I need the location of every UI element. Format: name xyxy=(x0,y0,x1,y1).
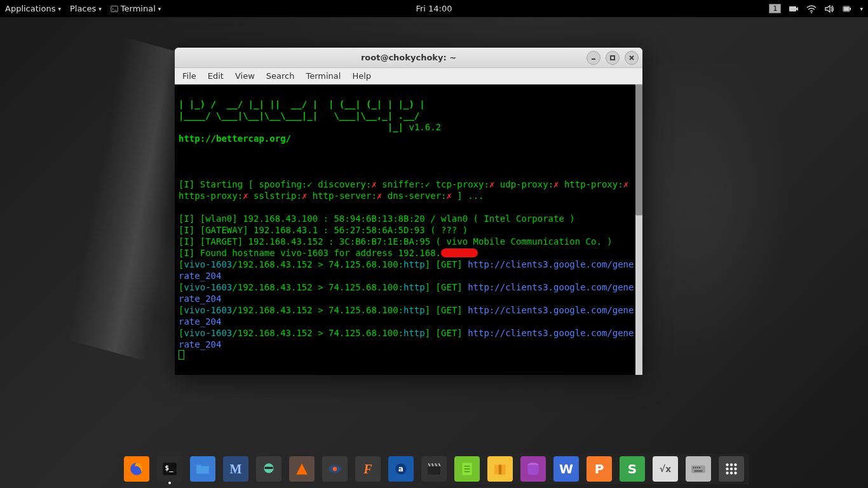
svg-rect-31 xyxy=(699,467,700,468)
terminal-app-menu[interactable]: Terminal ▾ xyxy=(111,4,161,13)
cross-icon: ✗ xyxy=(553,179,559,189)
svg-rect-30 xyxy=(697,467,698,468)
caret-down-icon: ▾ xyxy=(98,6,102,12)
dock-wps-writer[interactable]: W xyxy=(553,456,579,482)
terminal-cursor xyxy=(179,350,184,360)
req-host: vivo-1603 xyxy=(184,282,232,292)
menu-view[interactable]: View xyxy=(235,71,255,81)
applications-menu[interactable]: Applications ▾ xyxy=(5,4,61,13)
dock-wps-presentation[interactable]: P xyxy=(587,456,612,482)
menu-edit[interactable]: Edit xyxy=(208,71,224,81)
dock-faraday[interactable]: F xyxy=(355,456,381,482)
dock-video[interactable] xyxy=(421,456,447,482)
dock-maltego[interactable] xyxy=(256,456,281,482)
camera-icon[interactable] xyxy=(789,4,799,14)
ascii-art-line: |_| xyxy=(179,122,409,132)
places-menu[interactable]: Places ▾ xyxy=(70,4,102,13)
svg-text:a: a xyxy=(398,464,403,473)
clapper-icon xyxy=(426,461,442,477)
starting-line-prefix: [I] Starting [ spoofing: xyxy=(179,179,307,189)
req-mid: /192.168.43.152 > 74.125.68.100: xyxy=(232,305,403,315)
maximize-button[interactable] xyxy=(606,51,620,65)
req-close-get: ] [GET] xyxy=(425,259,468,269)
req-proto: http xyxy=(403,282,425,292)
req-mid: /192.168.43.152 > 74.125.68.100: xyxy=(232,282,403,292)
system-menu-caret-icon[interactable]: ▾ xyxy=(860,6,863,12)
svg-text:$_: $_ xyxy=(165,464,173,472)
terminal-icon xyxy=(111,5,118,13)
dock-archive[interactable] xyxy=(487,456,513,482)
svg-rect-1 xyxy=(789,6,796,11)
tcpproxy-label: tcp-proxy: xyxy=(430,179,489,189)
menu-terminal[interactable]: Terminal xyxy=(306,71,341,81)
face-icon xyxy=(261,461,277,477)
ascii-art-line: |____/ \___|\__|\__\___|_| \___|\__,_| .… xyxy=(179,111,425,121)
dock-math[interactable]: √x xyxy=(653,456,678,482)
dock-notes[interactable] xyxy=(454,456,480,482)
places-label: Places xyxy=(70,4,96,13)
svg-rect-4 xyxy=(850,8,851,10)
bettercap-url: http://bettercap.org/ xyxy=(179,133,291,144)
terminal-icon: $_ xyxy=(161,461,178,477)
dock-zenmap[interactable] xyxy=(322,456,348,482)
svg-point-36 xyxy=(726,468,728,470)
found-hostname-line: [I] Found hostname vivo-1603 for address… xyxy=(179,248,441,258)
svg-rect-7 xyxy=(611,56,614,60)
req-host: vivo-1603 xyxy=(184,259,232,269)
clock[interactable]: Fri 14:00 xyxy=(416,4,452,13)
sslstrip-label: sslstrip: xyxy=(248,191,302,201)
ascii-art-line: | |_) / __/ |_| || __/ | | (__| (_| | |_… xyxy=(179,99,425,109)
dock-burp[interactable] xyxy=(289,456,315,482)
dock-firefox[interactable] xyxy=(124,456,149,482)
dock-show-apps[interactable] xyxy=(719,456,744,482)
maximize-icon xyxy=(609,55,616,61)
svg-rect-28 xyxy=(693,467,694,468)
wifi-icon[interactable] xyxy=(806,4,817,14)
apps-grid-icon xyxy=(723,461,740,477)
dock-metasploit[interactable]: M xyxy=(223,456,248,482)
req-proto: http xyxy=(403,259,425,269)
archive-icon xyxy=(492,461,508,477)
window-titlebar[interactable]: root@chokychoky: ~ xyxy=(175,48,642,68)
svg-point-35 xyxy=(734,463,736,466)
presentation-icon: P xyxy=(595,461,604,477)
start-tail: ] ... xyxy=(452,191,484,201)
check-icon: ✓ xyxy=(307,179,312,189)
dock-armitage[interactable]: a xyxy=(388,456,414,482)
menu-file[interactable]: File xyxy=(182,71,196,81)
req-close-get: ] [GET] xyxy=(425,282,468,292)
scrollbar-thumb[interactable] xyxy=(635,85,642,215)
volume-icon[interactable] xyxy=(824,4,834,14)
svg-rect-0 xyxy=(111,6,118,11)
dock-db[interactable] xyxy=(520,456,546,482)
terminal-scrollbar[interactable] xyxy=(635,85,642,375)
window-title: root@chokychoky: ~ xyxy=(361,53,456,62)
gateway-line: [I] [GATEWAY] 192.168.43.1 : 56:27:58:6A… xyxy=(179,225,468,235)
svg-point-41 xyxy=(734,471,736,474)
terminal-output[interactable]: | |_) / __/ |_| || __/ | | (__| (_| | |_… xyxy=(175,85,642,375)
req-mid: /192.168.43.152 > 74.125.68.100: xyxy=(232,328,403,338)
battery-icon[interactable] xyxy=(842,4,852,14)
close-icon xyxy=(628,55,635,61)
dock-wps-spreadsheets[interactable]: S xyxy=(620,456,645,482)
menu-help[interactable]: Help xyxy=(352,71,371,81)
close-button[interactable] xyxy=(625,51,639,65)
cross-icon: ✗ xyxy=(447,191,452,201)
dock-keyboard[interactable] xyxy=(686,456,711,482)
minimize-button[interactable] xyxy=(587,51,600,65)
svg-point-39 xyxy=(726,471,728,474)
httpserver-label: http-server: xyxy=(307,191,377,201)
dock-files[interactable] xyxy=(190,456,215,482)
redacted-ip xyxy=(441,248,478,257)
math-icon: √x xyxy=(660,464,671,474)
menu-search[interactable]: Search xyxy=(266,71,295,81)
cross-icon: ✗ xyxy=(243,191,248,201)
workspace-indicator[interactable]: 1 xyxy=(769,4,781,13)
req-close-get: ] [GET] xyxy=(425,305,468,315)
svg-point-2 xyxy=(811,12,812,13)
dock-terminal[interactable]: $_ xyxy=(157,456,182,482)
terminal-menubar: File Edit View Search Terminal Help xyxy=(175,68,642,85)
keyboard-icon xyxy=(690,461,707,477)
caret-down-icon: ▾ xyxy=(158,6,161,12)
svg-rect-32 xyxy=(695,470,703,471)
